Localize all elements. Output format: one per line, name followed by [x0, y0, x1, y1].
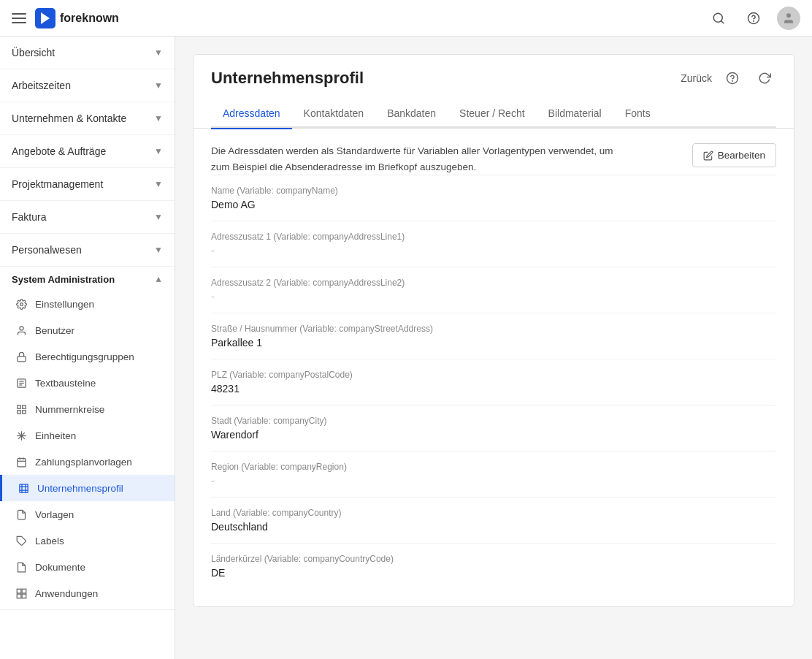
- text-icon: [15, 376, 28, 389]
- apps-icon: [15, 587, 28, 600]
- sidebar-header-faktura[interactable]: Faktura ▼: [0, 201, 175, 233]
- sidebar-item-label-einstellungen: Einstellungen: [35, 299, 94, 310]
- field-street: Straße / Hausnummer (Variable: companySt…: [211, 313, 776, 359]
- sidebar-item-anwendungen[interactable]: Anwendungen: [0, 580, 175, 606]
- svg-rect-17: [17, 410, 20, 413]
- sidebar-item-nummernkreise[interactable]: Nummernkreise: [0, 396, 175, 422]
- chevron-ubersicht: ▼: [154, 47, 163, 58]
- field-postal-code: PLZ (Variable: companyPostalCode) 48231: [211, 359, 776, 405]
- sidebar-item-label-textbausteine: Textbausteine: [35, 378, 96, 389]
- topbar-right: [707, 7, 800, 30]
- field-city: Stadt (Variable: companyCity) Warendorf: [211, 405, 776, 452]
- sidebar-label-system-admin: System Administration: [12, 274, 115, 285]
- sidebar-item-label-labels: Labels: [35, 536, 64, 546]
- edit-button-label: Bearbeiten: [718, 150, 765, 161]
- page-title: Unternehmensprofil: [211, 69, 681, 88]
- field-region: Region (Variable: companyRegion) -: [211, 452, 776, 498]
- sidebar-item-dokumente[interactable]: Dokumente: [0, 554, 175, 580]
- sidebar-section-ubersicht: Übersicht ▼: [0, 37, 175, 69]
- field-label-street: Straße / Hausnummer (Variable: companySt…: [211, 324, 776, 334]
- tab-kontaktdaten[interactable]: Kontaktdaten: [292, 99, 376, 129]
- sidebar-header-unternehmen[interactable]: Unternehmen & Kontakte ▼: [0, 102, 175, 134]
- sidebar-item-einheiten[interactable]: Einheiten: [0, 422, 175, 449]
- sidebar-label-unternehmen: Unternehmen & Kontakte: [12, 113, 126, 124]
- sidebar-header-projektmanagement[interactable]: Projektmanagement ▼: [0, 168, 175, 200]
- person-icon: [15, 324, 28, 337]
- field-address-line1: Adresszusatz 1 (Variable: companyAddress…: [211, 221, 776, 267]
- chevron-angebote: ▼: [154, 146, 163, 156]
- search-button[interactable]: [707, 7, 730, 30]
- sidebar-item-label-benutzer: Benutzer: [35, 325, 74, 336]
- sidebar-label-projektmanagement: Projektmanagement: [12, 178, 103, 190]
- sidebar-item-label-nummernkreise: Nummernkreise: [35, 404, 104, 415]
- svg-rect-15: [22, 405, 25, 408]
- sidebar-item-einstellungen[interactable]: Einstellungen: [0, 291, 175, 317]
- tab-adressdaten[interactable]: Adressdaten: [211, 99, 292, 129]
- avatar[interactable]: [777, 7, 800, 30]
- sidebar-item-label-dokumente: Dokumente: [35, 562, 85, 573]
- sidebar-header-system-admin[interactable]: System Administration ▼: [0, 267, 175, 288]
- sidebar-section-personalwesen: Personalwesen ▼: [0, 234, 175, 267]
- sidebar-item-textbausteine[interactable]: Textbausteine: [0, 370, 175, 396]
- field-label-country-code: Länderkürzel (Variable: companyCountryCo…: [211, 554, 776, 564]
- field-label-country: Land (Variable: companyCountry): [211, 508, 776, 518]
- field-label-city: Stadt (Variable: companyCity): [211, 416, 776, 426]
- sidebar-header-personalwesen[interactable]: Personalwesen ▼: [0, 234, 175, 266]
- sidebar-sub-system-admin: Einstellungen Benutzer Berechtigungsgrup…: [0, 288, 175, 609]
- svg-point-6: [786, 13, 791, 18]
- sidebar-header-angebote[interactable]: Angebote & Aufträge ▼: [0, 135, 175, 167]
- page-header-actions: Zurück: [681, 66, 776, 90]
- chevron-faktura: ▼: [154, 212, 163, 222]
- field-label-address-line2: Adresszusatz 2 (Variable: companyAddress…: [211, 278, 776, 288]
- calendar-icon: [15, 455, 28, 468]
- sidebar-item-vorlagen[interactable]: Vorlagen: [0, 501, 175, 527]
- field-value-city: Warendorf: [211, 429, 776, 441]
- chevron-system-admin: ▼: [154, 275, 163, 285]
- menu-toggle[interactable]: [12, 13, 26, 23]
- svg-point-7: [20, 302, 23, 305]
- field-label-company-name: Name (Variable: companyName): [211, 186, 776, 196]
- svg-line-3: [721, 20, 723, 23]
- svg-rect-29: [22, 589, 26, 593]
- tabs: Adressdaten Kontaktdaten Bankdaten Steue…: [211, 99, 776, 128]
- sidebar-item-label-anwendungen: Anwendungen: [35, 588, 98, 599]
- sidebar-item-benutzer[interactable]: Benutzer: [0, 317, 175, 343]
- sidebar-label-ubersicht: Übersicht: [12, 47, 55, 58]
- field-country: Land (Variable: companyCountry) Deutschl…: [211, 498, 776, 544]
- chevron-personalwesen: ▼: [154, 245, 163, 255]
- page-header: Unternehmensprofil Zurück Adressdaten: [194, 55, 794, 129]
- field-value-country: Deutschland: [211, 521, 776, 533]
- info-edit-row: Die Adressdaten werden als Standardwerte…: [211, 129, 776, 175]
- sidebar-section-angebote: Angebote & Aufträge ▼: [0, 135, 175, 168]
- sidebar-item-berechtigungsgruppen[interactable]: Berechtigungsgruppen: [0, 343, 175, 370]
- help-button[interactable]: [742, 7, 765, 30]
- field-label-address-line1: Adresszusatz 1 (Variable: companyAddress…: [211, 232, 776, 242]
- field-value-region: -: [211, 475, 776, 487]
- sidebar-header-ubersicht[interactable]: Übersicht ▼: [0, 37, 175, 69]
- svg-rect-22: [17, 458, 25, 466]
- svg-point-8: [20, 326, 23, 330]
- page-help-button[interactable]: [721, 66, 744, 90]
- tab-fonts[interactable]: Fonts: [613, 99, 662, 129]
- sidebar-label-personalwesen: Personalwesen: [12, 244, 82, 256]
- back-button[interactable]: Zurück: [681, 72, 712, 84]
- sidebar-item-unternehmensprofil[interactable]: Unternehmensprofil: [0, 475, 175, 501]
- tab-steuer-recht[interactable]: Steuer / Recht: [448, 99, 537, 129]
- sidebar-item-labels[interactable]: Labels: [0, 527, 175, 554]
- field-value-street: Parkallee 1: [211, 337, 776, 348]
- building-icon: [17, 481, 30, 495]
- tab-bildmaterial[interactable]: Bildmaterial: [537, 99, 613, 129]
- sidebar-header-arbeitszeiten[interactable]: Arbeitszeiten ▼: [0, 69, 175, 102]
- file-icon: [15, 508, 28, 521]
- page-header-row: Unternehmensprofil Zurück: [211, 66, 776, 90]
- logo: foreknown: [35, 8, 119, 28]
- chevron-unternehmen: ▼: [154, 113, 163, 123]
- page-card: Unternehmensprofil Zurück Adressdaten: [193, 54, 794, 607]
- topbar-left: foreknown: [12, 8, 707, 28]
- sidebar-item-label-einheiten: Einheiten: [35, 430, 76, 441]
- page-refresh-button[interactable]: [753, 66, 776, 90]
- edit-button[interactable]: Bearbeiten: [692, 143, 776, 167]
- tab-bankdaten[interactable]: Bankdaten: [375, 99, 448, 129]
- sidebar-section-system-admin: System Administration ▼ Einstellungen Be…: [0, 267, 175, 610]
- sidebar-item-zahlungsplanvorlagen[interactable]: Zahlungsplanvorlagen: [0, 449, 175, 475]
